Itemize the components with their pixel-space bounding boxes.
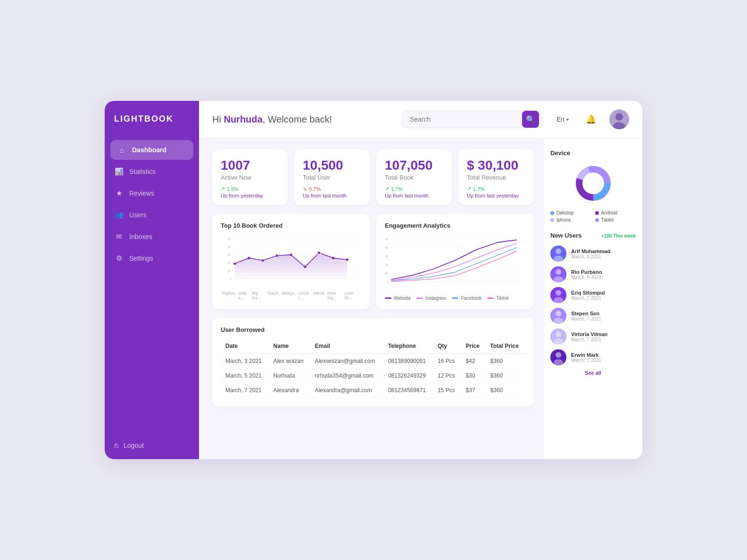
svg-point-20: [304, 266, 306, 268]
content-area: 1007 Active Now ↗ 1.5% Up from yesterday…: [199, 138, 642, 459]
svg-point-51: [556, 311, 561, 316]
user-name-0: Arif Muhammad: [571, 248, 610, 254]
cell-date: March, 7 2021: [221, 383, 269, 398]
stat-card-0: 1007 Active Now ↗ 1.5% Up from yesterday: [212, 149, 288, 205]
facebook-legend-label: Facebook: [461, 296, 481, 301]
user-info-4: Virtoria Vilman March, 7 2021: [571, 331, 607, 342]
svg-point-23: [346, 258, 349, 261]
sidebar-item-statistics[interactable]: 📊 Statistics: [105, 161, 199, 182]
lang-label: En: [556, 115, 564, 123]
stat-value-1: 10,500: [303, 158, 361, 173]
cell-name: Nurhuda: [269, 369, 310, 383]
cell-name: Alexandra: [269, 383, 310, 398]
cell-telephone: 081234569871: [383, 383, 433, 398]
col-price: Price: [461, 339, 486, 354]
charts-row: Top 10 Book Ordered 5K 4K: [212, 214, 534, 309]
cell-date: March, 3 2021: [221, 354, 269, 369]
user-borrowed-card: User Borrowed Date Name Email Telephone …: [212, 318, 534, 406]
sidebar-item-inboxes[interactable]: ✉ Inboxes: [105, 226, 199, 247]
new-users-title: New Users: [550, 232, 581, 239]
language-selector[interactable]: En ▾: [553, 113, 573, 126]
svg-point-45: [556, 269, 561, 275]
legend-tablet: Tablet: [595, 217, 636, 222]
user-name-1: Rio Purbano: [571, 269, 602, 275]
stat-value-2: 107,050: [385, 158, 443, 173]
stat-label-3: Total Revenue: [467, 174, 525, 181]
user-info-2: Eriq Sitompul March, 7 2021: [571, 290, 605, 301]
user-item: Virtoria Vilman March, 7 2021: [550, 329, 636, 345]
svg-text:1K: 1K: [227, 269, 232, 272]
stat-cards-grid: 1007 Active Now ↗ 1.5% Up from yesterday…: [212, 149, 534, 205]
user-name-2: Eriq Sitompul: [571, 290, 605, 296]
user-name-4: Virtoria Vilman: [571, 331, 607, 337]
engagement-chart-svg: 5K 4K 3K 2K 1K 0: [385, 235, 525, 290]
table-row: March, 7 2021 Alexandra Alexandra@gmail.…: [221, 383, 525, 398]
tiktok-legend-label: Tiktok: [496, 296, 508, 301]
notification-button[interactable]: 🔔: [582, 110, 600, 128]
svg-text:4K: 4K: [385, 246, 389, 249]
tablet-label: Tablet: [601, 217, 614, 222]
svg-point-48: [556, 290, 561, 296]
user-info-0: Arif Muhammad March, 8 2021: [571, 248, 610, 259]
table-head: Date Name Email Telephone Qty Price Tota…: [221, 339, 525, 354]
sidebar-item-reviews[interactable]: ★ Reviews: [105, 182, 199, 204]
cell-telephone: 081389090091: [383, 354, 433, 369]
device-legend: Dekstop Android Iphone Tablet: [550, 210, 636, 222]
sidebar-item-dashboard[interactable]: ⌂ Dashboard: [110, 140, 193, 160]
col-date: Date: [221, 339, 269, 354]
cell-qty: 12 Pcs: [433, 369, 461, 383]
change-value-0: 1.5%: [227, 186, 239, 192]
logout-section: ⎋ Logout: [105, 432, 199, 459]
cell-price: $30: [461, 369, 486, 383]
table-body: March, 3 2021 Alex woizan Alexwoizan@gma…: [221, 354, 525, 398]
instagram-legend-label: Instagram: [425, 296, 446, 301]
top-books-x-labels: Payton... Wild s... Big Da... Teach... D…: [221, 291, 361, 300]
table-row: March, 5 2021 Nurhuda nrhuda354@gmail.co…: [221, 369, 525, 383]
stat-value-3: $ 30,100: [467, 158, 525, 173]
user-name-3: Stepen Sen: [571, 311, 601, 316]
stat-label-2: Total Book: [385, 174, 443, 181]
user-borrowed-table: Date Name Email Telephone Qty Price Tota…: [221, 339, 525, 398]
cell-total: $360: [485, 369, 525, 383]
stat-label-1: Total User: [303, 174, 361, 181]
search-button[interactable]: 🔍: [522, 111, 539, 128]
see-all-button[interactable]: See all: [550, 370, 636, 376]
sidebar: LIGHTBOOK ⌂ Dashboard 📊 Statistics ★ Rev…: [105, 101, 199, 459]
device-section: Device Dekstop: [550, 149, 636, 222]
right-sidebar: Device Dekstop: [543, 138, 642, 459]
change-value-1: 0.7%: [309, 186, 321, 192]
sidebar-item-settings[interactable]: ⚙ Settings: [105, 247, 199, 269]
svg-point-42: [556, 248, 561, 254]
sidebar-item-label: Reviews: [129, 189, 154, 197]
user-date-0: March, 8 2021: [571, 254, 610, 259]
cell-total: $360: [485, 383, 525, 398]
dashboard-icon: ⌂: [117, 145, 126, 155]
sidebar-item-users[interactable]: 👥 Users: [105, 204, 199, 226]
user-item: Eriq Sitompul March, 7 2021: [550, 287, 636, 303]
new-users-badge: +100 This week: [601, 233, 636, 239]
logout-button[interactable]: ⎋ Logout: [114, 441, 190, 450]
svg-text:0: 0: [387, 280, 389, 283]
inboxes-icon: ✉: [114, 232, 124, 241]
user-avatar-5: [550, 349, 566, 365]
main-content: 1007 Active Now ↗ 1.5% Up from yesterday…: [199, 138, 543, 459]
new-users-header: New Users +100 This week: [550, 232, 636, 240]
stat-note-0: Up from yesterday: [221, 193, 279, 198]
users-icon: 👥: [114, 210, 124, 220]
sidebar-item-label: Settings: [129, 255, 153, 262]
logout-icon: ⎋: [114, 441, 119, 450]
change-arrow-0: ↗: [221, 186, 225, 192]
logout-label: Logout: [124, 442, 144, 449]
search-input[interactable]: [410, 111, 522, 128]
svg-text:3K: 3K: [385, 255, 389, 258]
col-telephone: Telephone: [383, 339, 433, 354]
stat-change-1: ↘ 0.7%: [303, 186, 361, 192]
chevron-down-icon: ▾: [566, 117, 569, 122]
legend-tiktok: Tiktok: [487, 296, 508, 301]
user-avatar-4: [550, 329, 566, 345]
user-avatar[interactable]: [609, 109, 629, 129]
user-avatar-3: [550, 308, 566, 324]
cell-email: Alexandra@gmail.com: [310, 383, 383, 398]
stat-change-2: ↗ 1.7%: [385, 186, 443, 192]
user-avatar-0: [550, 246, 566, 262]
